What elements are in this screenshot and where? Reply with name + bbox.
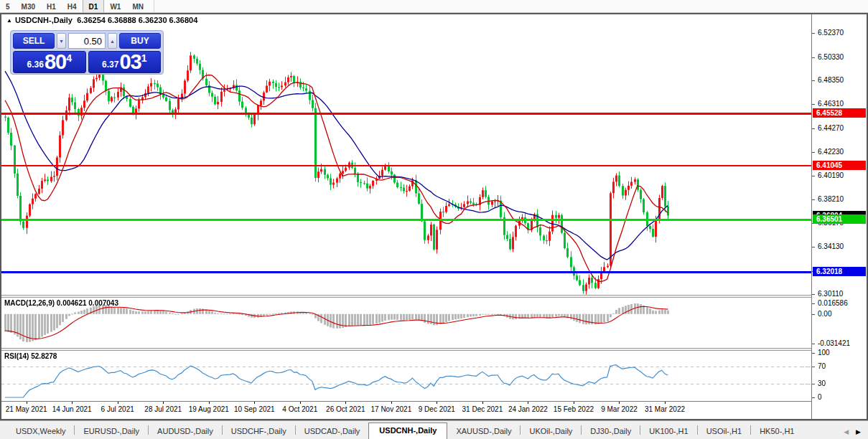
timeframe-toolbar: 5M30H1H4D1W1MN	[0, 0, 868, 13]
price-tick-label: 6.52370	[812, 29, 867, 37]
chart-tab-uk100h1[interactable]: UK100-,H1	[640, 424, 696, 439]
chart-ohlc-values: 6.36254 6.36888 6.36230 6.36804	[77, 16, 197, 24]
timeframe-button-d1[interactable]: D1	[83, 0, 105, 12]
date-label: 31 Dec 2021	[462, 405, 503, 413]
rsi-tick-label: 70	[812, 362, 867, 371]
date-tick-mark	[300, 402, 301, 404]
tabs-scroll-left-icon[interactable]: ◀	[844, 428, 849, 435]
timeframe-button-w1[interactable]: W1	[104, 0, 126, 12]
resistance-level-badge: 6.41045	[813, 161, 866, 170]
date-tick-mark	[482, 402, 483, 404]
buy-price-big-digits: 03	[119, 52, 141, 72]
timeframe-button-h4[interactable]: H4	[62, 0, 83, 12]
date-tick-mark	[209, 402, 210, 404]
volume-decrease-button[interactable]: ▼	[57, 33, 66, 49]
date-label: 17 Nov 2021	[370, 405, 411, 413]
macd-axis-min: -0.031421	[812, 339, 867, 348]
chart-tab-usdcnhdaily[interactable]: USDCNH-,Daily	[368, 423, 447, 439]
date-tick-mark	[665, 402, 666, 404]
date-label: 9 Dec 2021	[419, 405, 455, 413]
rsi-label: RSI(14) 52.8278	[4, 352, 57, 360]
price-tick-label: 6.48350	[812, 76, 867, 85]
price-tick-label: 6.50330	[812, 53, 867, 62]
date-label: 21 May 2021	[6, 405, 47, 413]
volume-input[interactable]	[68, 33, 106, 49]
price-tick-label: 6.46310	[812, 100, 867, 108]
toolbar-divider	[154, 0, 154, 12]
date-tick-mark	[345, 402, 346, 404]
date-label: 15 Feb 2022	[554, 405, 594, 413]
date-label: 14 Jun 2021	[52, 405, 92, 413]
date-tick-mark	[574, 402, 574, 404]
buy-button[interactable]: BUY	[119, 33, 161, 49]
price-tick-label: 6.34130	[812, 242, 867, 251]
volume-increase-button[interactable]: ▲	[108, 33, 117, 49]
date-tick-mark	[72, 402, 73, 404]
one-click-trade-panel: SELL ▼ ▲ BUY 6.36 80 4	[10, 30, 164, 75]
macd-panel: MACD(12,26,9) 0.004621 0.007043	[1, 298, 811, 348]
date-tick-mark	[118, 402, 118, 404]
sell-price-pip-digit: 4	[66, 52, 72, 64]
rsi-tick-label: 0	[812, 393, 867, 402]
chart-tab-audusddaily[interactable]: AUDUSD-,Daily	[149, 424, 222, 439]
tabs-scroll-right-icon[interactable]: ▶	[856, 428, 861, 435]
sell-button[interactable]: SELL	[13, 33, 55, 49]
chart-tab-usdchfdaily[interactable]: USDCHF-,Daily	[223, 424, 295, 439]
chart-tab-usoilh1[interactable]: USOil-,H1	[698, 424, 751, 439]
chart-tab-xauusddaily[interactable]: XAUUSD-,Daily	[447, 424, 520, 439]
date-label: 9 Mar 2022	[601, 405, 638, 413]
date-tick-mark	[437, 402, 437, 404]
resistance-level-badge: 6.45528	[813, 108, 866, 118]
date-label: 24 Jan 2022	[508, 405, 548, 413]
chart-tab-usdcaddaily[interactable]: USDCAD-,Daily	[296, 424, 369, 439]
plot-column: ▲USDCNH-,Daily 6.36254 6.36888 6.36230 6…	[1, 14, 811, 419]
sell-price-quote[interactable]: 6.36 80 4	[13, 51, 86, 73]
date-tick-mark	[27, 402, 27, 404]
date-tick-mark	[163, 402, 164, 404]
date-tick-mark	[391, 402, 392, 404]
price-tick-label: 6.40190	[812, 171, 867, 180]
chart-symbol-label: USDCNH-,Daily	[15, 16, 73, 24]
price-tick-label: 6.42230	[812, 148, 867, 156]
macd-axis-zero: 0.00	[812, 310, 867, 318]
chart-tab-dj30daily[interactable]: DJ30-,Daily	[582, 424, 640, 439]
support-level-badge: 6.36501	[813, 214, 866, 224]
sell-price-prefix: 6.36	[27, 60, 44, 70]
sell-price-big-digits: 80	[45, 52, 66, 72]
chart-title: ▲USDCNH-,Daily 6.36254 6.36888 6.36230 6…	[6, 16, 197, 24]
chart-tab-hk50h1[interactable]: HK50-,H1	[751, 424, 803, 439]
terminal-app: 5M30H1H4D1W1MN ▲USDCNH-,Daily 6.36254 6.…	[0, 0, 868, 439]
rsi-chart-canvas[interactable]	[1, 351, 811, 401]
support-level-badge: 6.32018	[813, 267, 866, 276]
price-tick-label: 6.38210	[812, 195, 867, 204]
date-label: 6 Jul 2021	[101, 405, 134, 413]
collapse-triangle-icon[interactable]: ▲	[6, 17, 12, 24]
timeframe-button-h1[interactable]: H1	[41, 0, 62, 12]
buy-price-pip-digit: 1	[141, 52, 147, 64]
chart-tab-ukoildaily[interactable]: UKOil-,Daily	[521, 424, 581, 439]
buy-price-quote[interactable]: 6.37 03 1	[88, 51, 162, 73]
date-label: 26 Oct 2021	[326, 405, 365, 413]
date-tick-mark	[619, 402, 620, 404]
price-tick-label: 6.30110	[812, 290, 867, 298]
date-axis: 21 May 202114 Jun 20216 Jul 202128 Jul 2…	[1, 401, 811, 419]
date-label: 19 Aug 2021	[189, 405, 229, 413]
timeframe-button-m30[interactable]: M30	[16, 0, 41, 12]
chart-tab-eurusddaily[interactable]: EURUSD-,Daily	[75, 424, 148, 439]
macd-chart-canvas[interactable]	[1, 298, 811, 348]
macd-label: MACD(12,26,9) 0.004621 0.007043	[4, 299, 118, 307]
date-label: 4 Oct 2021	[282, 405, 317, 413]
timeframe-button-mn[interactable]: MN	[126, 0, 149, 12]
main-chart-panel: ▲USDCNH-,Daily 6.36254 6.36888 6.36230 6…	[1, 14, 811, 295]
price-axis: 6.36804 6.45528 6.41045 6.36501 6.32018 …	[811, 14, 867, 419]
date-label: 10 Sep 2021	[234, 405, 275, 413]
chart-tab-bar: USDX,WeeklyEURUSD-,DailyAUDUSD-,DailyUSD…	[0, 420, 868, 439]
date-label: 31 Mar 2022	[645, 405, 685, 413]
macd-axis-max: 0.016586	[812, 299, 867, 308]
date-label: 28 Jul 2021	[144, 405, 182, 413]
timeframe-button-5[interactable]: 5	[0, 0, 16, 12]
chart-tab-usdxweekly[interactable]: USDX,Weekly	[7, 424, 74, 439]
rsi-panel: RSI(14) 52.8278	[1, 351, 811, 401]
price-tick-label: 6.44270	[812, 124, 867, 133]
date-tick-mark	[254, 402, 255, 404]
